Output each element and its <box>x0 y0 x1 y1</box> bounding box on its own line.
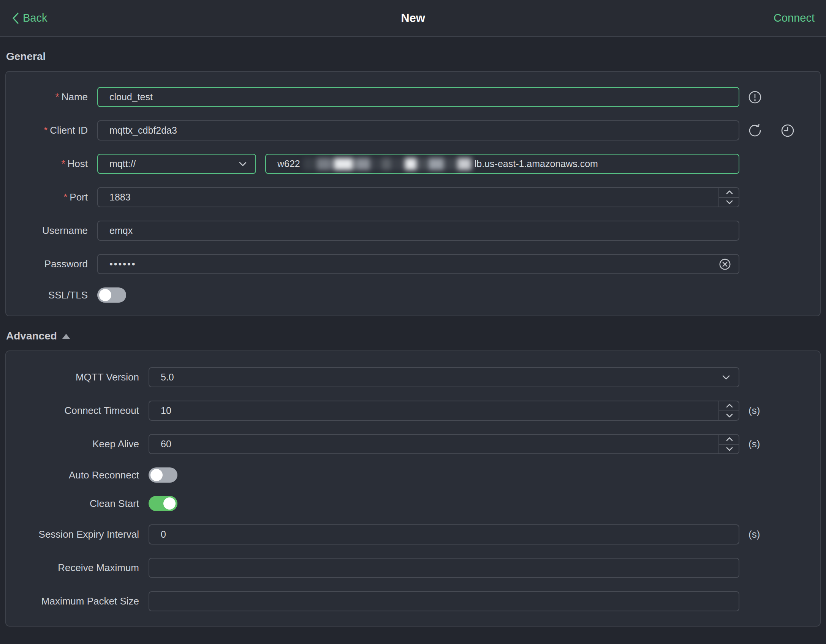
session-expiry-label: Session Expiry Interval <box>6 529 149 540</box>
name-label: Name <box>62 91 88 103</box>
connect-timeout-label: Connect Timeout <box>6 405 149 417</box>
connect-timeout-row: Connect Timeout (s) <box>6 401 820 421</box>
toggle-knob <box>99 289 111 301</box>
circle-close-icon[interactable] <box>718 257 732 271</box>
username-input[interactable] <box>97 221 739 241</box>
chevron-left-icon <box>11 12 20 25</box>
receive-maximum-input[interactable] <box>149 558 739 578</box>
back-label: Back <box>23 12 47 24</box>
keep-alive-row: Keep Alive (s) <box>6 434 820 454</box>
host-label: Host <box>68 158 88 169</box>
password-label: Password <box>6 258 97 270</box>
history-clock-icon[interactable] <box>780 123 795 138</box>
back-button[interactable]: Back <box>11 12 47 25</box>
maximum-packet-size-label: Maximum Packet Size <box>6 595 149 607</box>
maximum-packet-size-row: Maximum Packet Size <box>6 591 820 611</box>
client-id-row: *Client ID <box>6 120 820 140</box>
mqtt-version-label: MQTT Version <box>6 371 149 383</box>
keep-alive-input[interactable] <box>149 434 739 454</box>
client-id-label: Client ID <box>50 125 88 136</box>
port-stepper <box>718 187 739 207</box>
name-input[interactable] <box>97 87 739 107</box>
clean-start-row: Clean Start <box>6 496 820 511</box>
stepper-down-button[interactable] <box>719 198 739 208</box>
connect-timeout-input[interactable] <box>149 401 739 421</box>
seconds-suffix: (s) <box>748 438 760 450</box>
stepper-down-button[interactable] <box>719 445 739 455</box>
maximum-packet-size-input[interactable] <box>149 591 739 611</box>
stepper-up-button[interactable] <box>719 401 739 411</box>
seconds-suffix: (s) <box>748 529 760 540</box>
name-row: *Name <box>6 87 820 107</box>
ssl-toggle[interactable] <box>97 287 126 303</box>
port-input[interactable] <box>97 187 739 207</box>
required-asterisk: * <box>55 91 59 103</box>
session-expiry-input[interactable] <box>149 524 739 545</box>
warning-circle-icon[interactable] <box>748 90 762 104</box>
stepper-up-button[interactable] <box>719 187 739 198</box>
seconds-suffix: (s) <box>748 405 760 417</box>
refresh-icon[interactable] <box>748 123 762 138</box>
port-label: Port <box>70 191 88 203</box>
mqtt-version-select[interactable] <box>149 367 739 387</box>
ssl-label: SSL/TLS <box>6 289 97 301</box>
username-label: Username <box>6 225 97 237</box>
stepper-up-button[interactable] <box>719 434 739 445</box>
triangle-up-icon <box>62 332 71 340</box>
required-asterisk: * <box>44 125 47 136</box>
required-asterisk: * <box>63 191 67 203</box>
keep-alive-label: Keep Alive <box>6 438 149 450</box>
toggle-knob <box>150 469 163 481</box>
required-asterisk: * <box>61 158 65 169</box>
clean-start-toggle[interactable] <box>149 496 177 511</box>
port-row: *Port <box>6 187 820 207</box>
clean-start-label: Clean Start <box>6 498 149 510</box>
password-input[interactable] <box>97 254 739 274</box>
auto-reconnect-label: Auto Reconnect <box>6 469 149 481</box>
host-row: *Host w622 <box>6 154 820 174</box>
advanced-card: MQTT Version Connect Timeout (s) Keep A <box>5 350 821 627</box>
page-title: New <box>401 11 425 25</box>
client-id-input[interactable] <box>97 120 739 140</box>
username-row: Username <box>6 221 820 241</box>
connect-button[interactable]: Connect <box>774 12 815 24</box>
general-card: *Name *Client ID <box>5 71 821 316</box>
connect-timeout-stepper <box>718 401 739 421</box>
receive-maximum-row: Receive Maximum <box>6 558 820 578</box>
keep-alive-stepper <box>718 434 739 454</box>
mqtt-version-row: MQTT Version <box>6 367 820 387</box>
password-row: Password <box>6 254 820 274</box>
general-section-title: General <box>6 51 826 63</box>
auto-reconnect-toggle[interactable] <box>149 467 177 483</box>
receive-maximum-label: Receive Maximum <box>6 562 149 574</box>
host-address-input[interactable] <box>265 154 739 174</box>
header-bar: Back New Connect <box>0 0 826 37</box>
stepper-down-button[interactable] <box>719 411 739 421</box>
session-expiry-row: Session Expiry Interval (s) <box>6 524 820 545</box>
toggle-knob <box>163 497 176 510</box>
host-protocol-select[interactable] <box>97 154 256 174</box>
ssl-row: SSL/TLS <box>6 287 820 303</box>
advanced-section-title[interactable]: Advanced <box>6 330 826 342</box>
auto-reconnect-row: Auto Reconnect <box>6 467 820 483</box>
